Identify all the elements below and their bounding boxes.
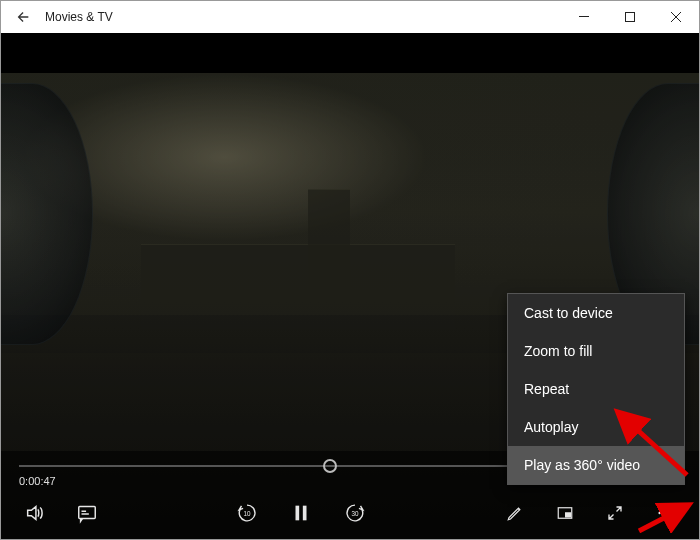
menu-item-zoom-to-fill[interactable]: Zoom to fill	[508, 332, 684, 370]
svg-text:30: 30	[352, 510, 359, 517]
skip-forward-icon: 30	[344, 502, 366, 524]
menu-item-autoplay[interactable]: Autoplay	[508, 408, 684, 446]
volume-button[interactable]	[23, 501, 47, 525]
skip-back-button[interactable]: 10	[235, 501, 259, 525]
close-button[interactable]	[653, 1, 699, 33]
fullscreen-icon	[606, 504, 624, 522]
minimize-button[interactable]	[561, 1, 607, 33]
pause-button[interactable]	[289, 501, 313, 525]
subtitles-icon	[76, 502, 98, 524]
svg-point-11	[664, 512, 667, 515]
minimize-icon	[579, 12, 589, 22]
right-controls	[503, 501, 677, 525]
menu-item-repeat[interactable]: Repeat	[508, 370, 684, 408]
subtitles-button[interactable]	[75, 501, 99, 525]
skip-back-icon: 10	[236, 502, 258, 524]
window-title: Movies & TV	[45, 10, 113, 24]
controls-button-row: 10 30	[1, 495, 699, 539]
window-controls	[561, 1, 699, 33]
back-button[interactable]	[1, 1, 45, 33]
app-window: Movies & TV Cast to device Zo	[0, 0, 700, 540]
svg-rect-6	[303, 506, 307, 521]
svg-rect-0	[626, 13, 635, 22]
titlebar: Movies & TV	[1, 1, 699, 33]
center-controls: 10 30	[235, 501, 367, 525]
maximize-icon	[625, 12, 635, 22]
volume-icon	[24, 502, 46, 524]
edit-button[interactable]	[503, 501, 527, 525]
more-icon	[656, 504, 674, 522]
mini-view-button[interactable]	[553, 501, 577, 525]
skip-forward-button[interactable]: 30	[343, 501, 367, 525]
maximize-button[interactable]	[607, 1, 653, 33]
svg-point-10	[658, 512, 661, 515]
svg-rect-9	[565, 512, 571, 517]
more-options-menu: Cast to device Zoom to fill Repeat Autop…	[507, 293, 685, 485]
video-viewport[interactable]: Cast to device Zoom to fill Repeat Autop…	[1, 33, 699, 539]
svg-rect-3	[79, 507, 96, 519]
close-icon	[671, 12, 681, 22]
menu-item-cast[interactable]: Cast to device	[508, 294, 684, 332]
svg-text:10: 10	[244, 510, 251, 517]
seek-thumb[interactable]	[323, 459, 337, 473]
menu-item-play-360[interactable]: Play as 360° video	[508, 446, 684, 484]
back-arrow-icon	[15, 9, 31, 25]
pencil-icon	[506, 504, 524, 522]
pause-icon	[290, 502, 312, 524]
fullscreen-button[interactable]	[603, 501, 627, 525]
svg-rect-5	[296, 506, 300, 521]
svg-point-12	[669, 512, 672, 515]
mini-view-icon	[556, 504, 574, 522]
more-options-button[interactable]	[653, 501, 677, 525]
